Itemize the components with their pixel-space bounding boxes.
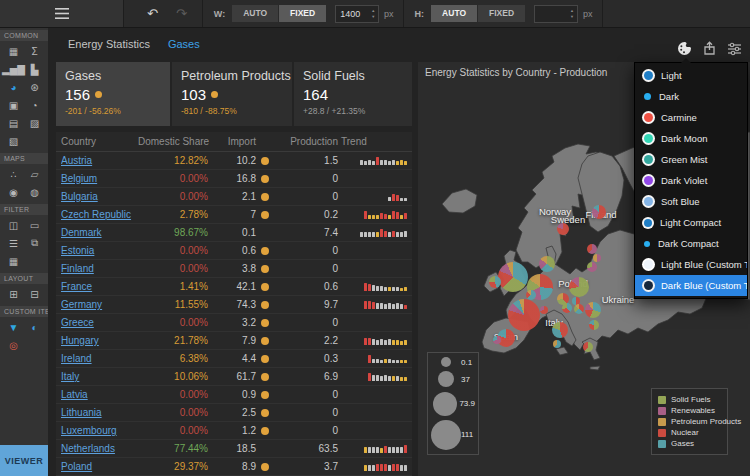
kpi-card[interactable]: Solid Fuels164+28.8 / +21.35% — [294, 62, 412, 126]
parameters-button[interactable] — [727, 41, 742, 56]
theme-option-dark[interactable]: Dark — [635, 86, 747, 107]
theme-option-light[interactable]: Light — [635, 65, 747, 86]
image-item-icon[interactable]: ▨ — [24, 115, 45, 131]
table-row[interactable]: Ireland6.38%4.40.3 — [56, 350, 412, 368]
height-auto-button[interactable]: AUTO — [431, 5, 477, 22]
table-row[interactable]: Luxembourg0.00%1.20 — [56, 422, 412, 440]
country-link[interactable]: Italy — [61, 371, 79, 382]
group-icon[interactable]: ⊟ — [24, 286, 45, 302]
width-input[interactable]: 1400 ▲▼ — [335, 5, 379, 23]
country-link[interactable]: Finland — [61, 263, 94, 274]
map-pie-lithuania[interactable] — [587, 262, 597, 272]
table-row[interactable]: Italy10.06%61.76.9 — [56, 368, 412, 386]
redo-button[interactable]: ↷ — [167, 1, 196, 27]
map-pie-bulgaria[interactable] — [589, 320, 599, 330]
theme-option-carmine[interactable]: Carmine — [635, 107, 747, 128]
kpi-card[interactable]: Petroleum Products103-810 / -88.75% — [172, 62, 292, 126]
height-input[interactable]: ▲▼ — [534, 5, 578, 23]
tree-view-icon[interactable]: ⧉ — [24, 235, 45, 251]
map-pie-ireland[interactable] — [489, 276, 501, 288]
height-fixed-button[interactable]: FIXED — [478, 5, 525, 22]
map-pie-romania[interactable] — [585, 302, 601, 318]
undo-button[interactable]: ↶ — [138, 1, 167, 27]
country-link[interactable]: Germany — [61, 299, 102, 310]
table-row[interactable]: Czech Republic2.78%70.2 — [56, 206, 412, 224]
pie-map-icon[interactable]: ◍ — [24, 184, 45, 200]
card-item-icon[interactable]: ▣ — [3, 97, 24, 113]
theme-option-dark-blue-custom-theme-[interactable]: Dark Blue (Custom Theme) — [635, 275, 747, 296]
country-link[interactable]: Ireland — [61, 353, 92, 364]
export-button[interactable] — [702, 41, 717, 56]
theme-option-light-blue-custom-theme-[interactable]: Light Blue (Custom Theme) — [635, 254, 747, 275]
menu-button[interactable] — [0, 0, 124, 27]
country-link[interactable]: Denmark — [61, 227, 102, 238]
date-filter-icon[interactable]: ▦ — [3, 253, 24, 269]
country-link[interactable]: Belgium — [61, 173, 97, 184]
country-link[interactable]: Luxembourg — [61, 425, 117, 436]
scatter-chart-item-icon[interactable]: ▙ — [24, 61, 45, 77]
map-pie-hungary[interactable] — [574, 304, 584, 314]
table-row[interactable]: Netherlands77.44%18.563.5 — [56, 440, 412, 458]
bubble-map-icon[interactable]: ◉ — [3, 184, 24, 200]
map-pie-greece[interactable] — [583, 342, 593, 352]
table-row[interactable]: Belgium0.00%16.80 — [56, 170, 412, 188]
col-country[interactable]: Country — [61, 136, 138, 147]
width-auto-button[interactable]: AUTO — [232, 5, 278, 22]
map-pie-finland[interactable] — [592, 205, 606, 219]
map-pie-nl[interactable] — [526, 290, 536, 300]
table-row[interactable]: Germany11.55%74.39.7 — [56, 296, 412, 314]
table-row[interactable]: France1.41%42.10.6 — [56, 278, 412, 296]
theme-option-soft-blue[interactable]: Soft Blue — [635, 191, 747, 212]
range-filter-icon[interactable]: ◫ — [3, 217, 24, 233]
list-box-icon[interactable]: ☰ — [3, 235, 24, 251]
table-row[interactable]: Austria12.82%10.21.5 — [56, 152, 412, 170]
tab-gases[interactable]: Gases — [168, 38, 200, 50]
table-row[interactable]: Poland29.37%8.93.7 — [56, 458, 412, 476]
table-row[interactable]: Finland0.00%3.80 — [56, 260, 412, 278]
col-production[interactable]: Production — [274, 136, 338, 147]
polar-chart-item-icon[interactable]: ⊛ — [24, 79, 45, 95]
map-pie-uk[interactable] — [498, 262, 528, 292]
color-theme-button[interactable] — [677, 41, 692, 56]
col-trend[interactable]: Trend — [338, 136, 407, 147]
map-pie-estonia[interactable] — [587, 244, 597, 254]
map-pin-item-icon[interactable]: ◎ — [3, 337, 24, 353]
bound-image-item-icon[interactable]: ▧ — [3, 133, 24, 149]
map-pie-swiss[interactable] — [540, 306, 548, 314]
theme-option-green-mist[interactable]: Green Mist — [635, 149, 747, 170]
table-row[interactable]: Hungary21.78%7.92.2 — [56, 332, 412, 350]
viewer-button[interactable]: VIEWER — [0, 445, 48, 476]
pivot-item-icon[interactable]: Σ — [24, 43, 45, 59]
country-link[interactable]: Hungary — [61, 335, 99, 346]
table-row[interactable]: Bulgaria0.00%2.10 — [56, 188, 412, 206]
map-pie-denmark[interactable] — [539, 256, 555, 272]
map-pie-france[interactable] — [508, 299, 540, 331]
text-box-item-icon[interactable]: ▤ — [3, 115, 24, 131]
pie-chart-item-icon[interactable]: ◕ — [3, 79, 24, 95]
col-import[interactable]: Import — [208, 136, 256, 147]
tab-energy-statistics[interactable]: Energy Statistics — [68, 38, 150, 50]
geo-point-map-icon[interactable]: ∴ — [3, 166, 24, 182]
map-pie-italy[interactable] — [552, 322, 568, 338]
height-spinner[interactable]: ▲▼ — [567, 9, 577, 19]
country-link[interactable]: Poland — [61, 461, 92, 472]
grid-item-icon[interactable]: ▦ — [3, 43, 24, 59]
map-pie-sicily[interactable] — [553, 340, 561, 348]
theme-option-dark-compact[interactable]: Dark Compact — [635, 233, 747, 254]
col-domestic-share[interactable]: Domestic Share — [138, 136, 208, 147]
table-row[interactable]: Latvia0.00%0.90 — [56, 386, 412, 404]
table-row[interactable]: Greece0.00%3.20 — [56, 314, 412, 332]
country-link[interactable]: Latvia — [61, 389, 88, 400]
map-pie-austria[interactable] — [562, 303, 572, 313]
table-row[interactable]: Estonia0.00%0.60 — [56, 242, 412, 260]
width-spinner[interactable]: ▲▼ — [368, 9, 378, 19]
chart-item-icon[interactable]: ▂▅▇ — [3, 61, 24, 77]
tab-container-icon[interactable]: ⊞ — [3, 286, 24, 302]
map-pie-poland[interactable] — [569, 277, 589, 297]
map-pie-sweden[interactable] — [557, 223, 569, 235]
table-row[interactable]: Denmark98.67%0.17.4 — [56, 224, 412, 242]
theme-option-light-compact[interactable]: Light Compact — [635, 212, 747, 233]
theme-option-dark-moon[interactable]: Dark Moon — [635, 128, 747, 149]
country-link[interactable]: Estonia — [61, 245, 94, 256]
kpi-card[interactable]: Gases156-201 / -56.26% — [56, 62, 170, 126]
